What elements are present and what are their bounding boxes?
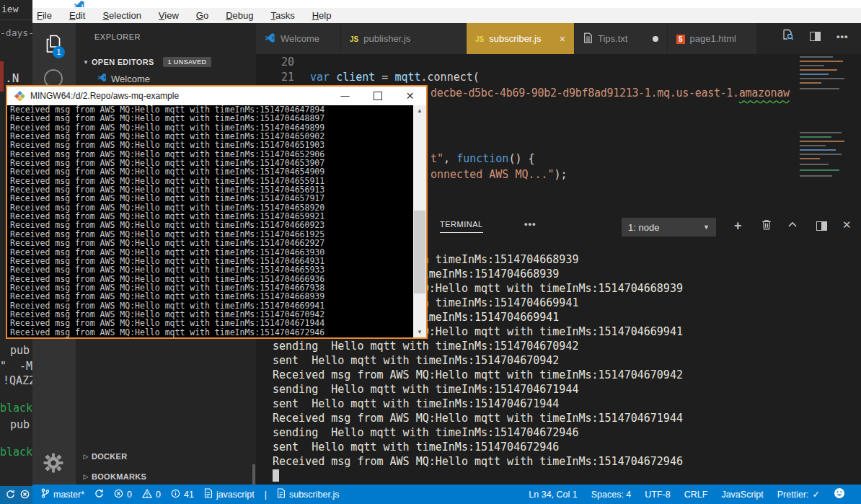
close-panel-icon[interactable]: ✕ (842, 218, 852, 231)
maximize-panel-icon[interactable] (787, 220, 798, 231)
gear-icon[interactable] (43, 453, 63, 473)
menu-item-tasks[interactable]: Tasks (270, 10, 294, 21)
linter-language-item[interactable]: javascript (204, 488, 255, 500)
code-token: decbe-d5bc-4b69-90b2-d9bf8ad91213-1.mq.u… (430, 87, 739, 100)
scroll-up-icon[interactable]: ▲ (413, 105, 426, 116)
vscode-logo-icon (74, 0, 85, 7)
explorer-badge: 1 (53, 46, 65, 58)
menu-item-selection[interactable]: Selection (102, 10, 141, 21)
tab-tips-txt[interactable]: Tips.txt (575, 23, 668, 54)
js-icon: JS (350, 33, 358, 44)
terminal-output-line: sending Hello mqtt with timeInMs:1514704… (273, 339, 857, 353)
maximize-icon[interactable] (361, 87, 394, 105)
code-token: .connect( (421, 71, 480, 84)
terminal-output-line: sending Hello mqtt with timeInMs:1514704… (273, 382, 857, 397)
tab-page1-html[interactable]: 5page1.html (668, 23, 757, 54)
screen: iew G -days- .N pub" -M!QAZ2blackpubblac… (0, 0, 861, 504)
cursor-position[interactable]: Ln 34, Col 1 (529, 490, 577, 500)
panel-more-icon[interactable]: ••• (524, 218, 537, 229)
infos-item[interactable]: 41 (171, 489, 194, 500)
sidebar-section-bookmarks[interactable]: ▷ BOOKMARKS (76, 467, 256, 486)
minimap-line (800, 82, 821, 84)
warning-icon (142, 489, 152, 500)
menu-item-edit[interactable]: Edit (69, 10, 85, 21)
code-token (330, 71, 336, 84)
tab-label: publisher.js (363, 33, 410, 44)
mingw64-scrollbar[interactable]: ▲ ▼ (413, 105, 426, 337)
mingw64-output-line: Received msg from AWS MQ:Hello mqtt with… (10, 239, 413, 247)
split-editor-icon[interactable] (810, 32, 821, 41)
branch-name: master* (53, 490, 84, 500)
minimap-line (800, 169, 839, 171)
mingw64-output-line: Received msg from AWS MQ:Hello mqtt with… (10, 248, 413, 257)
eol[interactable]: CRLF (684, 490, 708, 500)
tab-terminal[interactable]: TERMINAL (440, 220, 483, 233)
minimap-line (800, 69, 837, 71)
minimap-line (800, 136, 831, 138)
unsaved-dot[interactable] (653, 36, 658, 42)
tab-subscriber-js[interactable]: JSsubscriber.js× (467, 23, 575, 54)
minimap-line (800, 149, 836, 151)
scroll-down-icon[interactable]: ▼ (413, 327, 426, 337)
open-editors-label: OPEN EDITORS (92, 58, 154, 66)
mingw64-window[interactable]: MINGW64:/d/2.Repo/aws-mq-example — ✕ Rec… (6, 85, 428, 339)
menu-item-debug[interactable]: Debug (226, 10, 253, 21)
terminal-select-value: 1: node (628, 222, 659, 233)
tab-publisher-js[interactable]: JSpublisher.js (341, 23, 467, 54)
language-mode[interactable]: JavaScript (721, 490, 763, 500)
minimap-line (800, 78, 844, 79)
menu-item-view[interactable]: View (159, 10, 179, 21)
warnings-item[interactable]: 0 (142, 489, 161, 500)
open-editor-item-welcome[interactable]: Welcome (76, 71, 256, 87)
scrollbar-thumb[interactable] (414, 211, 425, 293)
code-token: ); (555, 168, 568, 181)
code-token: mqtt (394, 71, 420, 84)
minimap-line (800, 158, 820, 159)
sidebar-scrollbar[interactable] (252, 464, 255, 485)
code-line-console-fragment: onnected AWS MQ..."); (430, 168, 568, 181)
code-token: = (375, 71, 394, 84)
open-editors-header[interactable]: ▾ OPEN EDITORS 1 UNSAVED (76, 54, 256, 70)
git-branch-item[interactable]: master* (41, 488, 84, 500)
new-terminal-icon[interactable]: + (734, 218, 742, 234)
errors-count: 0 (127, 490, 132, 500)
tab-welcome[interactable]: Welcome (256, 23, 341, 54)
errors-item[interactable]: 0 (114, 489, 132, 500)
open-preview-icon[interactable] (782, 29, 794, 43)
chevron-down-icon: ▾ (80, 58, 92, 66)
menu-item-help[interactable]: Help (312, 10, 332, 21)
terminal-select[interactable]: 1: node ▼ (622, 218, 716, 236)
close-icon[interactable]: ✕ (394, 87, 426, 105)
close-icon[interactable]: × (560, 33, 565, 45)
code-token: , (443, 152, 456, 165)
terminal-output-line: sent Hello mqtt with timeInMs:1514704672… (273, 440, 857, 454)
minimap-line (800, 141, 844, 142)
sync-item[interactable] (94, 489, 104, 500)
indentation[interactable]: Spaces: 4 (591, 490, 632, 500)
formatter-item[interactable]: Prettier: ✓ (777, 489, 820, 500)
minimap-line (800, 132, 842, 133)
split-panel-icon[interactable] (816, 221, 827, 234)
linter-file-item[interactable]: subscriber.js (277, 488, 339, 500)
minimap-line (800, 145, 826, 146)
minimap-line (800, 175, 832, 177)
more-actions-icon[interactable]: ••• (836, 31, 849, 42)
encoding[interactable]: UTF-8 (645, 490, 670, 500)
feedback-smiley-icon[interactable] (834, 487, 845, 501)
mingw64-titlebar[interactable]: MINGW64:/d/2.Repo/aws-mq-example — ✕ (7, 87, 426, 105)
code-token: var (310, 71, 330, 84)
trash-icon[interactable] (761, 219, 772, 233)
terminal-cursor (273, 469, 279, 482)
menu-item-go[interactable]: Go (196, 10, 208, 21)
terminal-output-line: sent Hello mqtt with timeInMs:1514704670… (273, 353, 857, 368)
minimap-line (800, 65, 824, 66)
menu-item-file[interactable]: File (37, 10, 52, 21)
divider (0, 19, 32, 20)
minimap[interactable] (797, 54, 861, 213)
sidebar-section-docker[interactable]: ▷ DOCKER (76, 447, 256, 466)
chevron-down-icon: ▼ (703, 224, 710, 231)
sync-icon (6, 489, 15, 502)
mingw64-output-line: Received msg from AWS MQ:Hello mqtt with… (10, 167, 413, 176)
minimize-icon[interactable]: — (329, 87, 361, 105)
separator: | (265, 490, 267, 500)
